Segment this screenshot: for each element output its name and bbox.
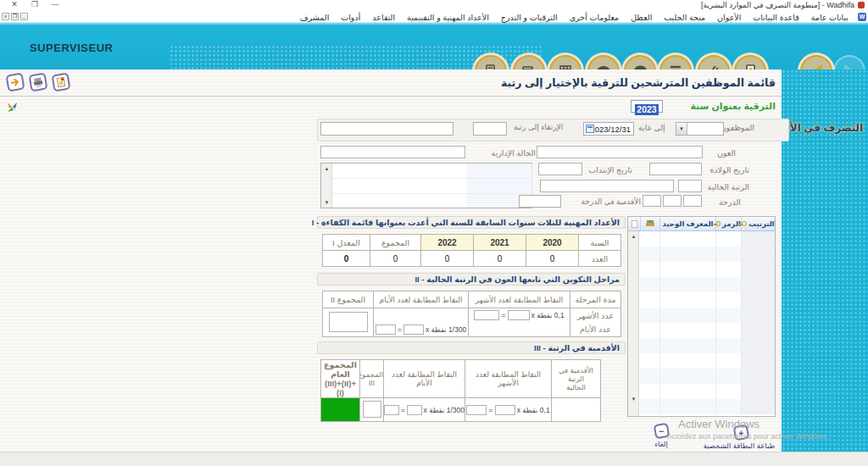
days-count-input[interactable] [403, 325, 424, 335]
grid-row[interactable] [640, 384, 775, 399]
page-icon [632, 220, 637, 228]
avg-col-label: المعدل I [323, 235, 370, 251]
grade-input-1[interactable] [683, 195, 702, 207]
mdi-restore-icon[interactable]: ❐ [11, 13, 19, 20]
grid-row[interactable] [640, 308, 775, 323]
status-bar [0, 452, 868, 466]
print-card-label: طباعة البطاقة الشخصية [697, 441, 782, 450]
until-date-input[interactable]: 2023/12/31 [583, 122, 634, 136]
promotion-rank-label: الإرتقاء إلى رتبة [514, 123, 563, 131]
section2-total-input[interactable] [329, 312, 368, 332]
menu-bar: W بيانات عامة قاعدة البيانات الأعوان منح… [0, 11, 868, 23]
pinwheel-icon[interactable] [7, 101, 18, 116]
menu-general-data[interactable]: بيانات عامة [805, 13, 854, 22]
employees-label: الموظفون [721, 123, 754, 132]
exit-icon[interactable] [6, 73, 25, 92]
seniority-days-input[interactable] [407, 405, 422, 415]
current-rank-code-input[interactable] [678, 180, 702, 192]
app-menu-icon[interactable]: W [858, 13, 866, 21]
main-toolbar: SUPERVISEUR [0, 23, 868, 69]
birth-date-input[interactable] [649, 163, 702, 175]
agent-history-list[interactable]: ▲ ▼ [320, 163, 532, 208]
promotion-rank-input[interactable] [320, 122, 453, 136]
print-icon[interactable] [29, 73, 48, 92]
grid-row[interactable] [640, 399, 775, 414]
menu-other-info[interactable]: معلومات أخرى [564, 13, 625, 22]
section3-table: الأقدمية في الرتبةالحالية النقاط المطابق… [320, 359, 601, 422]
grid-row[interactable] [640, 262, 775, 277]
grid-row[interactable] [640, 277, 775, 292]
grade-label: الدرجة [719, 197, 741, 207]
scroll-down-icon[interactable]: ▼ [321, 197, 332, 208]
notes-icon[interactable] [52, 73, 71, 92]
scroll-up-icon[interactable]: ▲ [628, 231, 639, 241]
year-row-label: السنة [579, 235, 621, 251]
promotion-year-label: الترقية بعنوان سنة [690, 101, 776, 112]
activation-watermark-sub: Accédez aux paramètres pour activer Wind… [667, 432, 829, 441]
grid-row[interactable] [640, 369, 775, 384]
chevron-down-icon[interactable]: ▼ [676, 123, 687, 135]
months-result-input[interactable] [474, 310, 499, 320]
menu-database[interactable]: قاعدة البيانات [747, 13, 804, 22]
candidates-grid[interactable]: الترتيب الرمز المعرف الوحيد ▲ ▼ [627, 216, 776, 417]
seniority-days-result-input[interactable] [384, 405, 399, 415]
menu-agents[interactable]: الأعوان [711, 13, 747, 22]
current-rank-label: الرتبة الحالية [708, 182, 749, 191]
days-result-input[interactable] [376, 325, 396, 335]
admin-status-input[interactable] [320, 146, 465, 158]
agent-name-input[interactable] [537, 146, 703, 158]
seniority-months-result-input[interactable] [466, 405, 487, 415]
grid-col-print[interactable] [640, 217, 659, 230]
section2-header: مراحل التكوين التي تابعها العون في الرتب… [317, 273, 626, 286]
menu-leaves[interactable]: العطل [625, 13, 658, 22]
calendar-icon[interactable] [586, 125, 594, 133]
hire-date-label: تاريخ الإنتداب [588, 165, 632, 175]
mdi-minimize-icon[interactable]: _ [20, 13, 28, 20]
grid-col-code[interactable]: الرمز [715, 217, 741, 230]
grade-input-2[interactable] [663, 195, 682, 207]
window-title: Wadhifa - [منظومة التصرف في الموارد البش… [701, 1, 854, 9]
grid-col-order[interactable]: الترتيب [741, 217, 775, 230]
app-icon [858, 2, 865, 8]
section2-table: مدة المرحلة النقاط المطابقة لعدد الأشهر … [322, 291, 621, 337]
grid-row[interactable] [640, 353, 775, 369]
mdi-close-icon[interactable]: x [2, 13, 9, 20]
section1-table: السنة 2020 2021 2022 المجموع المعدل I ال… [322, 234, 621, 267]
scroll-up-icon[interactable]: ▲ [321, 164, 332, 174]
grid-row[interactable] [640, 231, 775, 247]
section3-total-input[interactable] [363, 401, 381, 418]
grid-row[interactable] [640, 292, 775, 308]
grid-col-doc[interactable] [628, 217, 640, 230]
minimize-icon[interactable]: — [49, 0, 61, 8]
page-title: قائمة الموظفين المترشحين للترقية بالإختي… [501, 76, 776, 89]
grid-row[interactable] [640, 323, 775, 338]
seniority-cell [552, 398, 601, 422]
current-rank-input[interactable] [540, 180, 674, 192]
menu-retirement[interactable]: التقاعد [366, 13, 401, 22]
printer-icon [646, 220, 654, 228]
grade-seniority-input[interactable] [519, 195, 561, 208]
list-scrollbar[interactable]: ▲ ▼ [321, 164, 332, 208]
menu-milk-grant[interactable]: منحة الحليب [658, 13, 711, 22]
activation-watermark: Activer Windows [678, 418, 760, 430]
menu-promotions[interactable]: الترقيات و التدرج [495, 13, 564, 22]
close-icon[interactable]: ✕ [8, 0, 20, 8]
grid-scrollbar[interactable]: ▲ ▼ [628, 231, 639, 416]
menu-supervisor[interactable]: المشرف [294, 13, 336, 22]
agent-label: العون [717, 148, 736, 158]
scroll-down-icon[interactable]: ▼ [628, 394, 639, 404]
grid-col-uid[interactable]: المعرف الوحيد [659, 217, 715, 230]
grid-row[interactable] [640, 338, 775, 353]
menu-tools[interactable]: أدوات [335, 13, 366, 22]
key-icon [716, 221, 721, 226]
menu-professional-grades[interactable]: الأعداد المهنية و التقييمية [401, 13, 495, 22]
grid-row[interactable] [640, 247, 775, 262]
employees-select[interactable]: ▼ [676, 122, 724, 136]
promotion-year-input[interactable]: 2023 [631, 100, 663, 113]
grade-input-3[interactable] [643, 195, 661, 207]
promotion-rank-code-input[interactable] [473, 122, 507, 136]
restore-icon[interactable]: ❐ [29, 0, 41, 8]
months-count-input[interactable] [508, 310, 530, 320]
hire-date-input[interactable] [538, 163, 582, 175]
seniority-months-input[interactable] [495, 405, 515, 415]
